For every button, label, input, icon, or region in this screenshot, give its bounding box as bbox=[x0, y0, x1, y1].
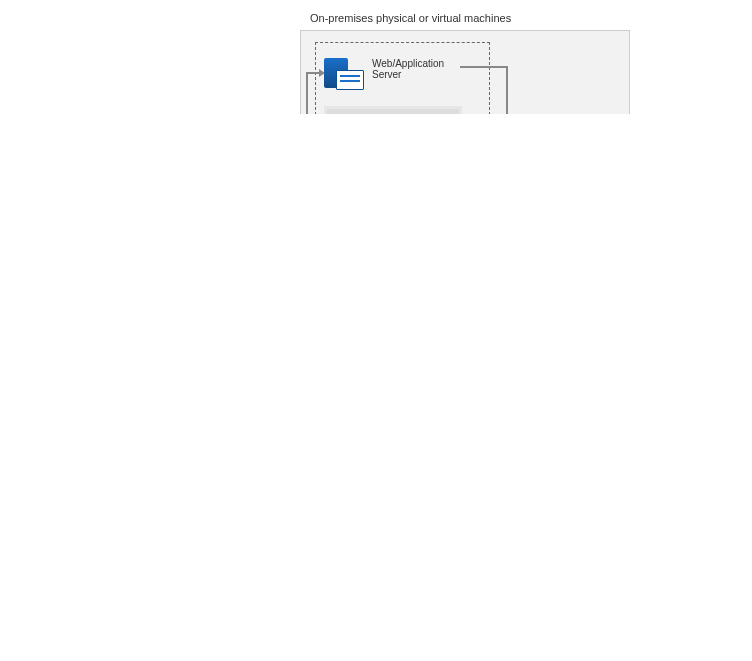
onprem-title: On-premises physical or virtual machines bbox=[310, 12, 511, 24]
app-server-1-icon bbox=[324, 50, 364, 92]
app-server-1-tiers: Presentation tier Business tier Data acc… bbox=[324, 106, 462, 114]
app-server-1-label: Web/Application Server bbox=[372, 58, 462, 80]
tier-presentation: Presentation tier bbox=[327, 109, 459, 114]
